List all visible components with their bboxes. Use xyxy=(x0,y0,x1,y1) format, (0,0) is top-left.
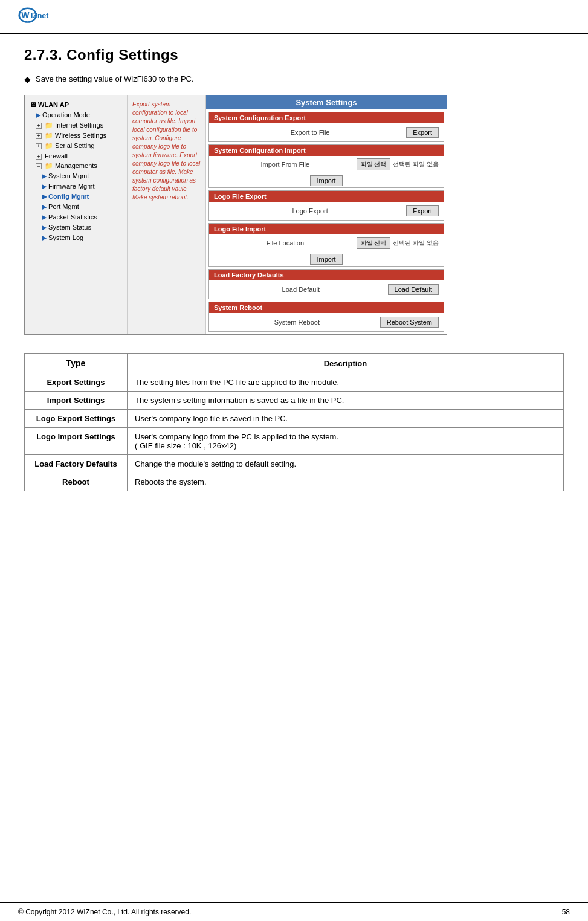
wlan-icon: 🖥 xyxy=(30,101,38,108)
arrow-icon: ▶ xyxy=(42,234,47,241)
section-header-sys-config-export: System Configuration Export xyxy=(209,112,444,123)
bullet-text: Save the setting value of WizFi630 to th… xyxy=(36,74,194,83)
screenshot-area: 🖥 WLAN AP ▶ Operation Mode + 📁 Internet … xyxy=(24,95,447,335)
table-row: Reboot Reboots the system. xyxy=(25,473,564,491)
section-logo-export: Logo File Export Logo Export Export xyxy=(208,190,444,221)
main-content: 2.7.3. Config Settings ◆ Save the settin… xyxy=(0,34,588,503)
type-export-settings: Export Settings xyxy=(25,373,128,392)
file-select-button-logo[interactable]: 파일 선택 xyxy=(357,237,391,249)
page-number: 58 xyxy=(562,908,570,916)
load-default-right: Load Default xyxy=(388,284,439,295)
sidebar-packet-statistics[interactable]: ▶ Packet Statistics xyxy=(25,212,127,222)
folder-icon: 📁 xyxy=(45,142,53,149)
table-row: Import Settings The system's setting inf… xyxy=(25,392,564,410)
folder-icon: 📁 xyxy=(45,121,53,129)
sidebar-operation-mode[interactable]: ▶ Operation Mode xyxy=(25,110,127,120)
desc-sidebar-text: Export system configuration to local com… xyxy=(132,101,200,201)
desc-import-settings: The system's setting information is save… xyxy=(128,392,564,410)
load-default-button[interactable]: Load Default xyxy=(388,284,439,295)
svg-text:IZnet: IZnet xyxy=(31,11,48,20)
arrow-icon: ▶ xyxy=(42,203,47,210)
sidebar-config-mgmt[interactable]: ▶ Config Mgmt xyxy=(25,192,127,202)
type-logo-import: Logo Import Settings xyxy=(25,428,128,455)
section-header-logo-import: Logo File Import xyxy=(209,224,444,234)
arrow-icon: ▶ xyxy=(42,213,47,221)
section-body-logo-import: File Location 파일 선택 선택된 파일 없음 xyxy=(209,234,444,251)
section-logo-import: Logo File Import File Location 파일 선택 선택된… xyxy=(208,223,444,267)
reboot-right: Reboot System xyxy=(380,317,439,328)
file-status-logo: 선택된 파일 없음 xyxy=(393,239,439,247)
export-config-button[interactable]: Export xyxy=(406,127,439,138)
bullet-icon: ◆ xyxy=(24,74,31,84)
copyright-text: © Copyright 2012 WIZnet Co., Ltd. All ri… xyxy=(18,908,191,916)
desc-load-factory: Change the module's setting to default s… xyxy=(128,455,564,473)
table-row: Logo Export Settings User's company logo… xyxy=(25,410,564,428)
sidebar-internet-settings[interactable]: + 📁 Internet Settings xyxy=(25,120,127,131)
description-table: Type Description Export Settings The set… xyxy=(24,353,564,491)
section-body-logo-export: Logo Export Export xyxy=(209,202,444,220)
description-sidebar: Export system configuration to local com… xyxy=(128,95,206,334)
section-header-reboot: System Reboot xyxy=(209,302,444,313)
type-logo-export: Logo Export Settings xyxy=(25,410,128,428)
sidebar-port-mgmt[interactable]: ▶ Port Mgmt xyxy=(25,202,127,212)
file-status-import: 선택된 파일 없음 xyxy=(393,160,439,169)
sidebar-managements[interactable]: − 📁 Managements xyxy=(25,161,127,171)
sidebar-serial-setting[interactable]: + 📁 Serial Setting xyxy=(25,141,127,151)
sidebar-system-log[interactable]: ▶ System Log xyxy=(25,233,127,243)
section-body-sys-config-export: Export to File Export xyxy=(209,123,444,141)
type-import-settings: Import Settings xyxy=(25,392,128,410)
arrow-icon: ▶ xyxy=(42,193,47,200)
export-to-file-label: Export to File xyxy=(214,129,406,136)
logo-export-right: Export xyxy=(406,205,439,216)
desc-export-settings: The setting files from the PC file are a… xyxy=(128,373,564,392)
expand-icon: + xyxy=(36,143,42,149)
import-button-row: Import xyxy=(209,173,444,187)
expand-icon: + xyxy=(36,123,42,129)
file-location-label: File Location xyxy=(214,239,357,247)
arrow-icon: ▶ xyxy=(42,172,47,179)
folder-icon: 📁 xyxy=(45,162,53,169)
expand-icon: + xyxy=(36,133,42,139)
type-load-factory: Load Factory Defaults xyxy=(25,455,128,473)
logo-export-label: Logo Export xyxy=(214,207,406,215)
section-reboot: System Reboot System Reboot Reboot Syste… xyxy=(208,302,444,332)
table-header-type: Type xyxy=(25,354,128,373)
arrow-icon: ▶ xyxy=(42,224,47,231)
sidebar-system-status[interactable]: ▶ System Status xyxy=(25,222,127,233)
import-logo-button[interactable]: Import xyxy=(310,254,342,265)
main-panel: System Settings System Configuration Exp… xyxy=(206,95,447,334)
table-header-description: Description xyxy=(128,354,564,373)
desc-logo-export: User's company logo file is saved in the… xyxy=(128,410,564,428)
svg-text:W: W xyxy=(21,10,30,20)
import-from-file-right: 파일 선택 선택된 파일 없음 xyxy=(357,158,439,170)
sidebar-wlan-ap: 🖥 WLAN AP xyxy=(25,99,127,110)
export-to-file-right: Export xyxy=(406,127,439,138)
desc-logo-import: User's company logo from the PC is appli… xyxy=(128,428,564,455)
section-load-defaults: Load Factory Defaults Load Default Load … xyxy=(208,269,444,299)
expand-icon: + xyxy=(36,154,42,160)
section-header-logo-export: Logo File Export xyxy=(209,191,444,202)
import-config-button[interactable]: Import xyxy=(310,175,342,186)
system-reboot-label: System Reboot xyxy=(214,318,380,326)
file-select-button-import[interactable]: 파일 선택 xyxy=(357,158,391,170)
page-footer: © Copyright 2012 WIZnet Co., Ltd. All ri… xyxy=(0,902,588,921)
export-logo-button[interactable]: Export xyxy=(406,205,439,216)
section-header-load-defaults: Load Factory Defaults xyxy=(209,270,444,280)
section-sys-config-import: System Configuration Import Import From … xyxy=(208,144,444,188)
logo-import-button-row: Import xyxy=(209,251,444,266)
expand-icon: − xyxy=(36,163,42,169)
import-from-file-label: Import From File xyxy=(214,161,357,168)
sidebar-wireless-settings[interactable]: + 📁 Wireless Settings xyxy=(25,131,127,141)
folder-icon: 📁 xyxy=(45,132,53,139)
section-body-sys-config-import: Import From File 파일 선택 선택된 파일 없음 xyxy=(209,156,444,173)
page-title: 2.7.3. Config Settings xyxy=(24,47,564,63)
section-header-sys-config-import: System Configuration Import xyxy=(209,145,444,156)
sidebar-system-mgmt[interactable]: ▶ System Mgmt xyxy=(25,171,127,181)
sidebar-firmware-mgmt[interactable]: ▶ Firmware Mgmt xyxy=(25,181,127,192)
arrow-icon: ▶ xyxy=(36,111,40,118)
file-location-right: 파일 선택 선택된 파일 없음 xyxy=(357,237,439,249)
sidebar-firewall[interactable]: + Firewall xyxy=(25,151,127,161)
nav-sidebar: 🖥 WLAN AP ▶ Operation Mode + 📁 Internet … xyxy=(25,95,128,334)
reboot-system-button[interactable]: Reboot System xyxy=(380,317,439,328)
panel-title: System Settings xyxy=(206,95,447,109)
